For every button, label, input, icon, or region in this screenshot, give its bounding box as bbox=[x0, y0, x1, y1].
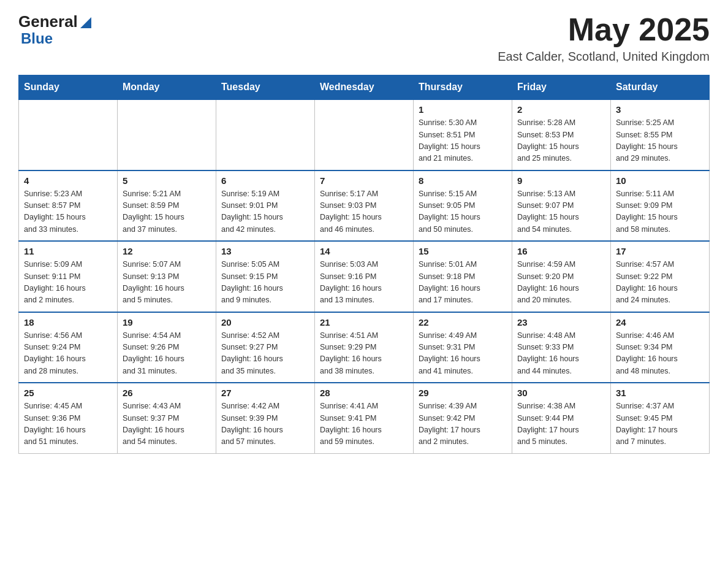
calendar-week-row: 18Sunrise: 4:56 AM Sunset: 9:24 PM Dayli… bbox=[19, 312, 710, 383]
calendar-table: SundayMondayTuesdayWednesdayThursdayFrid… bbox=[18, 75, 710, 454]
day-info: Sunrise: 4:56 AM Sunset: 9:24 PM Dayligh… bbox=[24, 330, 112, 378]
day-info: Sunrise: 5:19 AM Sunset: 9:01 PM Dayligh… bbox=[221, 188, 309, 236]
calendar-cell: 6Sunrise: 5:19 AM Sunset: 9:01 PM Daylig… bbox=[216, 170, 315, 242]
day-number: 13 bbox=[221, 246, 309, 256]
day-number: 26 bbox=[123, 388, 211, 398]
calendar-cell: 7Sunrise: 5:17 AM Sunset: 9:03 PM Daylig… bbox=[315, 170, 414, 242]
day-info: Sunrise: 5:11 AM Sunset: 9:09 PM Dayligh… bbox=[616, 188, 704, 236]
calendar-cell: 10Sunrise: 5:11 AM Sunset: 9:09 PM Dayli… bbox=[611, 170, 710, 242]
day-info: Sunrise: 4:54 AM Sunset: 9:26 PM Dayligh… bbox=[123, 330, 211, 378]
calendar-cell: 16Sunrise: 4:59 AM Sunset: 9:20 PM Dayli… bbox=[512, 241, 611, 312]
day-info: Sunrise: 5:03 AM Sunset: 9:16 PM Dayligh… bbox=[320, 259, 408, 307]
day-info: Sunrise: 5:15 AM Sunset: 9:05 PM Dayligh… bbox=[419, 188, 507, 236]
day-info: Sunrise: 5:07 AM Sunset: 9:13 PM Dayligh… bbox=[123, 259, 211, 307]
calendar-cell: 31Sunrise: 4:37 AM Sunset: 9:45 PM Dayli… bbox=[611, 383, 710, 453]
calendar-cell: 24Sunrise: 4:46 AM Sunset: 9:34 PM Dayli… bbox=[611, 312, 710, 383]
day-number: 22 bbox=[419, 317, 507, 327]
day-number: 3 bbox=[616, 104, 704, 115]
calendar-cell: 8Sunrise: 5:15 AM Sunset: 9:05 PM Daylig… bbox=[414, 170, 512, 242]
calendar-week-row: 4Sunrise: 5:23 AM Sunset: 8:57 PM Daylig… bbox=[19, 170, 710, 242]
calendar-header-tuesday: Tuesday bbox=[216, 75, 315, 100]
page-header: General Blue May 2025 East Calder, Scotl… bbox=[18, 12, 710, 64]
calendar-cell: 15Sunrise: 5:01 AM Sunset: 9:18 PM Dayli… bbox=[414, 241, 512, 312]
day-number: 6 bbox=[221, 175, 309, 186]
calendar-header-saturday: Saturday bbox=[611, 75, 710, 100]
calendar-cell: 3Sunrise: 5:25 AM Sunset: 8:55 PM Daylig… bbox=[611, 99, 710, 170]
calendar-cell: 13Sunrise: 5:05 AM Sunset: 9:15 PM Dayli… bbox=[216, 241, 315, 312]
day-number: 11 bbox=[24, 246, 112, 256]
day-number: 28 bbox=[320, 388, 408, 398]
day-info: Sunrise: 4:51 AM Sunset: 9:29 PM Dayligh… bbox=[320, 330, 408, 378]
day-number: 7 bbox=[320, 175, 408, 186]
day-info: Sunrise: 4:57 AM Sunset: 9:22 PM Dayligh… bbox=[616, 259, 704, 307]
calendar-cell: 30Sunrise: 4:38 AM Sunset: 9:44 PM Dayli… bbox=[512, 383, 611, 453]
day-number: 16 bbox=[517, 246, 605, 256]
day-number: 19 bbox=[123, 317, 211, 327]
day-info: Sunrise: 4:52 AM Sunset: 9:27 PM Dayligh… bbox=[221, 330, 309, 378]
calendar-week-row: 1Sunrise: 5:30 AM Sunset: 8:51 PM Daylig… bbox=[19, 99, 710, 170]
calendar-cell bbox=[19, 99, 118, 170]
day-number: 25 bbox=[24, 388, 112, 398]
day-number: 24 bbox=[616, 317, 704, 327]
day-info: Sunrise: 4:37 AM Sunset: 9:45 PM Dayligh… bbox=[616, 400, 704, 448]
logo-triangle-icon bbox=[79, 16, 93, 29]
calendar-cell: 17Sunrise: 4:57 AM Sunset: 9:22 PM Dayli… bbox=[611, 241, 710, 312]
calendar-header-sunday: Sunday bbox=[19, 75, 118, 100]
day-info: Sunrise: 5:13 AM Sunset: 9:07 PM Dayligh… bbox=[517, 188, 605, 236]
day-info: Sunrise: 4:46 AM Sunset: 9:34 PM Dayligh… bbox=[616, 330, 704, 378]
title-block: May 2025 East Calder, Scotland, United K… bbox=[498, 12, 710, 64]
day-number: 21 bbox=[320, 317, 408, 327]
subtitle: East Calder, Scotland, United Kingdom bbox=[498, 50, 710, 64]
calendar-cell: 12Sunrise: 5:07 AM Sunset: 9:13 PM Dayli… bbox=[118, 241, 216, 312]
day-number: 27 bbox=[221, 388, 309, 398]
day-info: Sunrise: 4:49 AM Sunset: 9:31 PM Dayligh… bbox=[419, 330, 507, 378]
svg-marker-0 bbox=[80, 17, 91, 28]
calendar-header-wednesday: Wednesday bbox=[315, 75, 414, 100]
day-info: Sunrise: 5:09 AM Sunset: 9:11 PM Dayligh… bbox=[24, 259, 112, 307]
calendar-cell: 29Sunrise: 4:39 AM Sunset: 9:42 PM Dayli… bbox=[414, 383, 512, 453]
calendar-cell bbox=[118, 99, 216, 170]
calendar-week-row: 11Sunrise: 5:09 AM Sunset: 9:11 PM Dayli… bbox=[19, 241, 710, 312]
calendar-cell: 14Sunrise: 5:03 AM Sunset: 9:16 PM Dayli… bbox=[315, 241, 414, 312]
day-number: 4 bbox=[24, 175, 112, 186]
day-number: 30 bbox=[517, 388, 605, 398]
calendar-cell bbox=[216, 99, 315, 170]
calendar-cell: 1Sunrise: 5:30 AM Sunset: 8:51 PM Daylig… bbox=[414, 99, 512, 170]
main-title: May 2025 bbox=[498, 12, 710, 47]
calendar-cell: 21Sunrise: 4:51 AM Sunset: 9:29 PM Dayli… bbox=[315, 312, 414, 383]
day-number: 1 bbox=[419, 104, 507, 115]
day-number: 17 bbox=[616, 246, 704, 256]
day-info: Sunrise: 4:45 AM Sunset: 9:36 PM Dayligh… bbox=[24, 400, 112, 448]
logo: General Blue bbox=[18, 12, 93, 46]
calendar-cell: 23Sunrise: 4:48 AM Sunset: 9:33 PM Dayli… bbox=[512, 312, 611, 383]
logo-general-text: General bbox=[18, 12, 78, 31]
calendar-cell: 26Sunrise: 4:43 AM Sunset: 9:37 PM Dayli… bbox=[118, 383, 216, 453]
day-info: Sunrise: 5:05 AM Sunset: 9:15 PM Dayligh… bbox=[221, 259, 309, 307]
calendar-header-row: SundayMondayTuesdayWednesdayThursdayFrid… bbox=[19, 75, 710, 100]
day-number: 20 bbox=[221, 317, 309, 327]
day-number: 31 bbox=[616, 388, 704, 398]
calendar-cell: 28Sunrise: 4:41 AM Sunset: 9:41 PM Dayli… bbox=[315, 383, 414, 453]
calendar-cell: 25Sunrise: 4:45 AM Sunset: 9:36 PM Dayli… bbox=[19, 383, 118, 453]
day-number: 2 bbox=[517, 104, 605, 115]
calendar-cell: 19Sunrise: 4:54 AM Sunset: 9:26 PM Dayli… bbox=[118, 312, 216, 383]
day-info: Sunrise: 5:17 AM Sunset: 9:03 PM Dayligh… bbox=[320, 188, 408, 236]
calendar-cell: 11Sunrise: 5:09 AM Sunset: 9:11 PM Dayli… bbox=[19, 241, 118, 312]
calendar-cell: 2Sunrise: 5:28 AM Sunset: 8:53 PM Daylig… bbox=[512, 99, 611, 170]
day-number: 15 bbox=[419, 246, 507, 256]
day-info: Sunrise: 4:38 AM Sunset: 9:44 PM Dayligh… bbox=[517, 400, 605, 448]
calendar-cell: 27Sunrise: 4:42 AM Sunset: 9:39 PM Dayli… bbox=[216, 383, 315, 453]
day-info: Sunrise: 4:48 AM Sunset: 9:33 PM Dayligh… bbox=[517, 330, 605, 378]
day-number: 29 bbox=[419, 388, 507, 398]
day-info: Sunrise: 5:25 AM Sunset: 8:55 PM Dayligh… bbox=[616, 117, 704, 165]
day-info: Sunrise: 4:59 AM Sunset: 9:20 PM Dayligh… bbox=[517, 259, 605, 307]
calendar-cell: 18Sunrise: 4:56 AM Sunset: 9:24 PM Dayli… bbox=[19, 312, 118, 383]
calendar-week-row: 25Sunrise: 4:45 AM Sunset: 9:36 PM Dayli… bbox=[19, 383, 710, 453]
calendar-cell: 4Sunrise: 5:23 AM Sunset: 8:57 PM Daylig… bbox=[19, 170, 118, 242]
calendar-cell: 5Sunrise: 5:21 AM Sunset: 8:59 PM Daylig… bbox=[118, 170, 216, 242]
day-number: 9 bbox=[517, 175, 605, 186]
logo-blue-text: Blue bbox=[21, 31, 53, 46]
day-number: 10 bbox=[616, 175, 704, 186]
day-info: Sunrise: 5:21 AM Sunset: 8:59 PM Dayligh… bbox=[123, 188, 211, 236]
calendar-header-friday: Friday bbox=[512, 75, 611, 100]
